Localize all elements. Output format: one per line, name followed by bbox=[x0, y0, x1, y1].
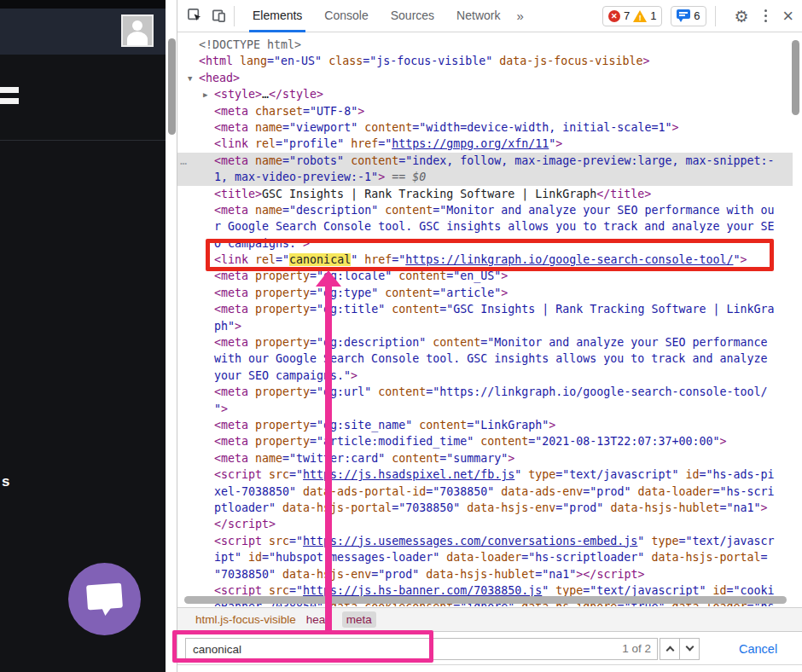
code-line[interactable]: "7038850" data-hsjs-env="prod" data-hsjs… bbox=[177, 566, 793, 582]
code-line[interactable]: </script> bbox=[177, 516, 793, 532]
cancel-button[interactable]: Cancel bbox=[739, 638, 777, 660]
background-webpage: s bbox=[0, 0, 166, 672]
code-line[interactable]: <meta property="article:modified_time" c… bbox=[177, 433, 793, 449]
settings-gear-icon[interactable]: ⚙ bbox=[735, 7, 749, 26]
code-line[interactable]: <title>GSC Insights | Rank Tracking Soft… bbox=[177, 186, 793, 202]
code-line[interactable]: <meta property="og:type" content="articl… bbox=[177, 285, 793, 301]
code-line[interactable]: <html lang="en-US" class="js-focus-visib… bbox=[177, 53, 793, 69]
red-annotation-box bbox=[206, 239, 774, 271]
devtools-toolbar: Elements Console Sources Network » ✕ 7 !… bbox=[177, 0, 802, 32]
code-line[interactable]: <!DOCTYPE html> bbox=[177, 37, 793, 53]
code-line[interactable]: ▼<head> bbox=[177, 70, 793, 86]
code-line[interactable]: your SEO campaigns."> bbox=[177, 368, 793, 384]
chevron-down-icon bbox=[686, 643, 694, 652]
code-line[interactable]: ipt" id="hubspot-messages-loader" data-l… bbox=[177, 549, 793, 565]
devtools-panel: Elements Console Sources Network » ✕ 7 !… bbox=[177, 0, 802, 672]
page-top-strip bbox=[0, 0, 166, 9]
code-line[interactable]: "> bbox=[177, 401, 793, 417]
tab-elements[interactable]: Elements bbox=[253, 0, 302, 32]
messages-badge[interactable]: 6 bbox=[671, 6, 706, 26]
page-section-divider bbox=[0, 140, 166, 141]
errors-warnings-badge[interactable]: ✕ 7 ! 1 bbox=[602, 6, 662, 26]
breadcrumb-item-meta[interactable]: meta bbox=[342, 611, 376, 628]
warning-count: 1 bbox=[650, 9, 656, 22]
more-options-icon[interactable] bbox=[764, 9, 768, 23]
close-devtools-icon[interactable]: × bbox=[782, 8, 793, 25]
pink-annotation-box bbox=[172, 630, 433, 663]
code-line[interactable]: ptloader" data-hsjs-portal="7038850" dat… bbox=[177, 500, 793, 516]
code-line[interactable]: <meta property="og:title" content="GSC I… bbox=[177, 301, 793, 317]
code-line[interactable]: <meta charset="UTF-8"> bbox=[177, 103, 793, 119]
next-match-button[interactable] bbox=[679, 638, 700, 660]
vertical-scrollbar-thumb[interactable] bbox=[792, 40, 799, 115]
code-line[interactable]: <meta name="description" content="Monito… bbox=[177, 202, 793, 218]
warning-icon: ! bbox=[633, 10, 647, 22]
hamburger-menu-icon[interactable] bbox=[0, 98, 19, 104]
pink-arrow-head bbox=[316, 270, 341, 287]
pink-arrow bbox=[325, 285, 332, 631]
hamburger-menu-icon[interactable] bbox=[0, 87, 19, 93]
code-line[interactable]: <meta name="viewport" content="width=dev… bbox=[177, 119, 793, 136]
code-line[interactable]: …<meta name="robots" content="index, fol… bbox=[177, 153, 793, 169]
toolbar-separator bbox=[715, 6, 716, 26]
code-line[interactable]: r Google Search Console tool. GSC insigh… bbox=[177, 218, 793, 235]
line-overflow-marker: … bbox=[180, 153, 187, 169]
code-line[interactable]: <link rel="profile" href="https://gmpg.o… bbox=[177, 136, 793, 152]
tab-console[interactable]: Console bbox=[324, 0, 368, 32]
code-line[interactable]: ▶<style>…</style> bbox=[177, 86, 793, 102]
chat-widget-button[interactable] bbox=[68, 563, 141, 635]
previous-match-button[interactable] bbox=[660, 638, 680, 660]
expand-arrow-icon[interactable]: ▼ bbox=[188, 71, 192, 87]
code-line[interactable]: <script src="https://js.hsadspixel.net/f… bbox=[177, 466, 793, 483]
inspect-element-icon[interactable] bbox=[186, 8, 203, 25]
code-line[interactable]: xel-7038850" data-ads-portal-id="7038850… bbox=[177, 484, 793, 500]
page-scrollbar-thumb[interactable] bbox=[168, 38, 176, 135]
page-partial-text: s bbox=[2, 473, 9, 490]
error-icon: ✕ bbox=[608, 10, 620, 22]
breadcrumb-item-html[interactable]: html.js-focus-visible bbox=[195, 613, 296, 626]
code-line[interactable]: <script src="https://js.usemessages.com/… bbox=[177, 533, 793, 549]
horizontal-scrollbar-thumb[interactable] bbox=[184, 596, 787, 604]
code-line[interactable]: <meta name="twitter:card" content="summa… bbox=[177, 450, 793, 466]
more-tabs-chevron-icon[interactable]: » bbox=[516, 9, 523, 23]
dom-breadcrumb: html.js-focus-visibleheadmeta bbox=[177, 607, 802, 631]
message-count: 6 bbox=[694, 9, 700, 22]
toolbar-separator bbox=[234, 6, 235, 26]
tab-network[interactable]: Network bbox=[456, 0, 500, 32]
avatar-person-icon bbox=[132, 20, 142, 31]
message-bubble-icon bbox=[677, 9, 690, 22]
error-count: 7 bbox=[624, 9, 630, 22]
chevron-up-icon bbox=[666, 646, 675, 655]
code-line[interactable]: with our Google Search Console tool. GSC… bbox=[177, 350, 793, 367]
user-avatar[interactable] bbox=[121, 14, 154, 47]
code-view: <!DOCTYPE html><html lang="en-US" class=… bbox=[177, 33, 793, 606]
code-line[interactable]: <meta property="og:url" content="https:/… bbox=[177, 384, 793, 400]
code-line[interactable]: <meta property="og:site_name" content="L… bbox=[177, 417, 793, 433]
code-line[interactable]: 1, max-video-preview:-1"> == $0 bbox=[177, 169, 793, 185]
collapse-arrow-icon[interactable]: ▶ bbox=[203, 87, 207, 103]
code-line[interactable]: <meta property="og:description" content=… bbox=[177, 334, 793, 350]
device-toolbar-icon[interactable] bbox=[210, 8, 227, 25]
tab-sources[interactable]: Sources bbox=[391, 0, 434, 32]
code-line[interactable]: ph"> bbox=[177, 318, 793, 334]
